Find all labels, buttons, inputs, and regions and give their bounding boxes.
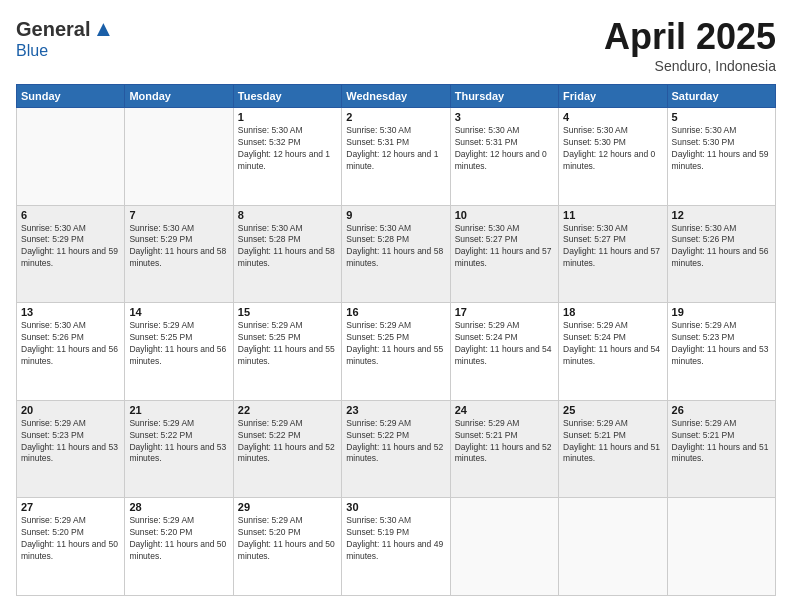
calendar-cell: 4 Sunrise: 5:30 AM Sunset: 5:30 PM Dayli… bbox=[559, 108, 667, 206]
calendar-cell: 30 Sunrise: 5:30 AM Sunset: 5:19 PM Dayl… bbox=[342, 498, 450, 596]
calendar-cell: 10 Sunrise: 5:30 AM Sunset: 5:27 PM Dayl… bbox=[450, 205, 558, 303]
calendar-cell: 18 Sunrise: 5:29 AM Sunset: 5:24 PM Dayl… bbox=[559, 303, 667, 401]
day-number: 27 bbox=[21, 501, 120, 513]
day-number: 10 bbox=[455, 209, 554, 221]
calendar-cell: 1 Sunrise: 5:30 AM Sunset: 5:32 PM Dayli… bbox=[233, 108, 341, 206]
day-info: Sunrise: 5:30 AM Sunset: 5:29 PM Dayligh… bbox=[129, 223, 228, 271]
calendar-cell: 24 Sunrise: 5:29 AM Sunset: 5:21 PM Dayl… bbox=[450, 400, 558, 498]
day-info: Sunrise: 5:29 AM Sunset: 5:20 PM Dayligh… bbox=[21, 515, 120, 563]
day-info: Sunrise: 5:29 AM Sunset: 5:22 PM Dayligh… bbox=[238, 418, 337, 466]
day-number: 12 bbox=[672, 209, 771, 221]
calendar-cell bbox=[559, 498, 667, 596]
day-number: 3 bbox=[455, 111, 554, 123]
header-monday: Monday bbox=[125, 85, 233, 108]
day-info: Sunrise: 5:30 AM Sunset: 5:27 PM Dayligh… bbox=[455, 223, 554, 271]
day-number: 20 bbox=[21, 404, 120, 416]
day-info: Sunrise: 5:29 AM Sunset: 5:21 PM Dayligh… bbox=[455, 418, 554, 466]
day-info: Sunrise: 5:29 AM Sunset: 5:23 PM Dayligh… bbox=[672, 320, 771, 368]
day-number: 11 bbox=[563, 209, 662, 221]
page: General ▲ Blue April 2025 Senduro, Indon… bbox=[0, 0, 792, 612]
day-number: 21 bbox=[129, 404, 228, 416]
calendar-week-row: 6 Sunrise: 5:30 AM Sunset: 5:29 PM Dayli… bbox=[17, 205, 776, 303]
title-section: April 2025 Senduro, Indonesia bbox=[604, 16, 776, 74]
header-friday: Friday bbox=[559, 85, 667, 108]
calendar-cell bbox=[450, 498, 558, 596]
day-info: Sunrise: 5:30 AM Sunset: 5:28 PM Dayligh… bbox=[238, 223, 337, 271]
day-number: 26 bbox=[672, 404, 771, 416]
header-thursday: Thursday bbox=[450, 85, 558, 108]
calendar-week-row: 20 Sunrise: 5:29 AM Sunset: 5:23 PM Dayl… bbox=[17, 400, 776, 498]
day-info: Sunrise: 5:29 AM Sunset: 5:21 PM Dayligh… bbox=[563, 418, 662, 466]
logo-icon: ▲ bbox=[92, 16, 114, 42]
day-info: Sunrise: 5:29 AM Sunset: 5:25 PM Dayligh… bbox=[346, 320, 445, 368]
calendar-body: 1 Sunrise: 5:30 AM Sunset: 5:32 PM Dayli… bbox=[17, 108, 776, 596]
day-number: 8 bbox=[238, 209, 337, 221]
day-number: 1 bbox=[238, 111, 337, 123]
calendar-cell: 25 Sunrise: 5:29 AM Sunset: 5:21 PM Dayl… bbox=[559, 400, 667, 498]
calendar-cell: 23 Sunrise: 5:29 AM Sunset: 5:22 PM Dayl… bbox=[342, 400, 450, 498]
day-info: Sunrise: 5:29 AM Sunset: 5:25 PM Dayligh… bbox=[238, 320, 337, 368]
calendar-cell bbox=[17, 108, 125, 206]
day-number: 23 bbox=[346, 404, 445, 416]
day-number: 24 bbox=[455, 404, 554, 416]
day-info: Sunrise: 5:30 AM Sunset: 5:27 PM Dayligh… bbox=[563, 223, 662, 271]
logo-blue-text: Blue bbox=[16, 42, 48, 60]
header-wednesday: Wednesday bbox=[342, 85, 450, 108]
day-info: Sunrise: 5:29 AM Sunset: 5:20 PM Dayligh… bbox=[238, 515, 337, 563]
day-number: 13 bbox=[21, 306, 120, 318]
day-info: Sunrise: 5:29 AM Sunset: 5:20 PM Dayligh… bbox=[129, 515, 228, 563]
day-info: Sunrise: 5:30 AM Sunset: 5:19 PM Dayligh… bbox=[346, 515, 445, 563]
calendar-cell: 26 Sunrise: 5:29 AM Sunset: 5:21 PM Dayl… bbox=[667, 400, 775, 498]
calendar-week-row: 27 Sunrise: 5:29 AM Sunset: 5:20 PM Dayl… bbox=[17, 498, 776, 596]
day-info: Sunrise: 5:29 AM Sunset: 5:23 PM Dayligh… bbox=[21, 418, 120, 466]
logo-general-text: General bbox=[16, 18, 90, 41]
calendar-cell: 14 Sunrise: 5:29 AM Sunset: 5:25 PM Dayl… bbox=[125, 303, 233, 401]
weekday-header-row: Sunday Monday Tuesday Wednesday Thursday… bbox=[17, 85, 776, 108]
day-number: 17 bbox=[455, 306, 554, 318]
day-number: 14 bbox=[129, 306, 228, 318]
day-info: Sunrise: 5:29 AM Sunset: 5:24 PM Dayligh… bbox=[455, 320, 554, 368]
location-subtitle: Senduro, Indonesia bbox=[604, 58, 776, 74]
calendar-cell: 21 Sunrise: 5:29 AM Sunset: 5:22 PM Dayl… bbox=[125, 400, 233, 498]
day-info: Sunrise: 5:30 AM Sunset: 5:26 PM Dayligh… bbox=[21, 320, 120, 368]
calendar-cell bbox=[125, 108, 233, 206]
day-info: Sunrise: 5:29 AM Sunset: 5:25 PM Dayligh… bbox=[129, 320, 228, 368]
day-number: 7 bbox=[129, 209, 228, 221]
day-info: Sunrise: 5:30 AM Sunset: 5:26 PM Dayligh… bbox=[672, 223, 771, 271]
calendar-cell: 9 Sunrise: 5:30 AM Sunset: 5:28 PM Dayli… bbox=[342, 205, 450, 303]
calendar-cell: 6 Sunrise: 5:30 AM Sunset: 5:29 PM Dayli… bbox=[17, 205, 125, 303]
calendar-cell: 22 Sunrise: 5:29 AM Sunset: 5:22 PM Dayl… bbox=[233, 400, 341, 498]
day-number: 19 bbox=[672, 306, 771, 318]
calendar-cell: 13 Sunrise: 5:30 AM Sunset: 5:26 PM Dayl… bbox=[17, 303, 125, 401]
calendar-cell: 28 Sunrise: 5:29 AM Sunset: 5:20 PM Dayl… bbox=[125, 498, 233, 596]
day-number: 30 bbox=[346, 501, 445, 513]
day-info: Sunrise: 5:30 AM Sunset: 5:28 PM Dayligh… bbox=[346, 223, 445, 271]
header-sunday: Sunday bbox=[17, 85, 125, 108]
day-info: Sunrise: 5:30 AM Sunset: 5:29 PM Dayligh… bbox=[21, 223, 120, 271]
day-info: Sunrise: 5:29 AM Sunset: 5:24 PM Dayligh… bbox=[563, 320, 662, 368]
day-number: 28 bbox=[129, 501, 228, 513]
day-info: Sunrise: 5:30 AM Sunset: 5:31 PM Dayligh… bbox=[346, 125, 445, 173]
header-saturday: Saturday bbox=[667, 85, 775, 108]
calendar-cell bbox=[667, 498, 775, 596]
calendar-cell: 27 Sunrise: 5:29 AM Sunset: 5:20 PM Dayl… bbox=[17, 498, 125, 596]
calendar-cell: 11 Sunrise: 5:30 AM Sunset: 5:27 PM Dayl… bbox=[559, 205, 667, 303]
day-number: 16 bbox=[346, 306, 445, 318]
calendar-week-row: 1 Sunrise: 5:30 AM Sunset: 5:32 PM Dayli… bbox=[17, 108, 776, 206]
calendar-cell: 2 Sunrise: 5:30 AM Sunset: 5:31 PM Dayli… bbox=[342, 108, 450, 206]
calendar-week-row: 13 Sunrise: 5:30 AM Sunset: 5:26 PM Dayl… bbox=[17, 303, 776, 401]
calendar-cell: 7 Sunrise: 5:30 AM Sunset: 5:29 PM Dayli… bbox=[125, 205, 233, 303]
day-number: 4 bbox=[563, 111, 662, 123]
logo: General ▲ Blue bbox=[16, 16, 114, 60]
day-number: 25 bbox=[563, 404, 662, 416]
day-info: Sunrise: 5:30 AM Sunset: 5:31 PM Dayligh… bbox=[455, 125, 554, 173]
calendar-cell: 8 Sunrise: 5:30 AM Sunset: 5:28 PM Dayli… bbox=[233, 205, 341, 303]
calendar-cell: 3 Sunrise: 5:30 AM Sunset: 5:31 PM Dayli… bbox=[450, 108, 558, 206]
day-number: 18 bbox=[563, 306, 662, 318]
calendar-cell: 19 Sunrise: 5:29 AM Sunset: 5:23 PM Dayl… bbox=[667, 303, 775, 401]
day-number: 29 bbox=[238, 501, 337, 513]
calendar-table: Sunday Monday Tuesday Wednesday Thursday… bbox=[16, 84, 776, 596]
header: General ▲ Blue April 2025 Senduro, Indon… bbox=[16, 16, 776, 74]
calendar-cell: 5 Sunrise: 5:30 AM Sunset: 5:30 PM Dayli… bbox=[667, 108, 775, 206]
calendar-cell: 29 Sunrise: 5:29 AM Sunset: 5:20 PM Dayl… bbox=[233, 498, 341, 596]
